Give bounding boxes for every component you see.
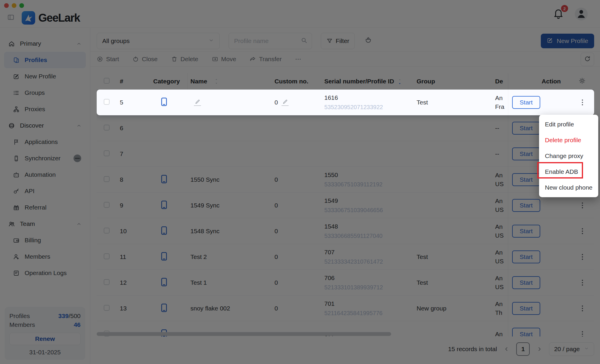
sidebar-item-label: Members — [25, 253, 50, 260]
row-number: 7 — [116, 150, 145, 157]
menu-item-delete-profile[interactable]: Delete profile — [539, 132, 598, 148]
table-row[interactable]: 11Test 20707521333342310761472TestAnUSSt… — [97, 244, 594, 270]
table-row[interactable]: 7--Start — [97, 141, 594, 167]
sidebar-item-synchronizer[interactable]: Synchronizer — [4, 150, 86, 166]
edit-name-button[interactable] — [194, 99, 201, 106]
more-actions-icon[interactable] — [582, 305, 583, 311]
select-all-checkbox[interactable] — [104, 78, 110, 84]
row-checkbox[interactable] — [104, 99, 110, 105]
more-actions-icon[interactable] — [582, 254, 583, 260]
table-row[interactable]: 501616535230952071233922TestAnFraStart — [97, 90, 594, 115]
sort-control[interactable] — [214, 78, 219, 85]
row-checkbox[interactable] — [104, 202, 110, 208]
menu-item-new-cloud-phone[interactable]: New cloud phone — [539, 180, 598, 195]
sidebar-toggle-button[interactable] — [7, 13, 15, 22]
menu-item-edit-profile[interactable]: Edit profile — [539, 116, 598, 132]
table-body: 501616535230952071233922TestAnFraStart6-… — [97, 90, 594, 336]
more-actions-icon[interactable] — [582, 99, 583, 105]
row-checkbox[interactable] — [104, 228, 110, 233]
row-checkbox[interactable] — [104, 125, 110, 131]
row-checkbox[interactable] — [104, 176, 110, 182]
column-header-name[interactable]: Name — [188, 78, 268, 85]
row-number: 13 — [116, 305, 145, 312]
row-checkbox[interactable] — [104, 305, 110, 311]
horizontal-scrollbar[interactable] — [97, 332, 391, 336]
table-row[interactable]: 6--Start — [97, 115, 594, 141]
basket-icon[interactable] — [364, 36, 372, 46]
search-input[interactable] — [234, 37, 301, 44]
profiles-table: #CategoryNameCustom no.Serial number/Pro… — [97, 73, 594, 336]
table-row[interactable]: 91549 Sync01549533306751039046656AnUSSta… — [97, 193, 594, 218]
start-button[interactable]: Start — [512, 328, 540, 336]
start-button[interactable]: Start — [512, 250, 540, 263]
sidebar-item-referral[interactable]: Referral — [4, 199, 86, 216]
filter-toolbar: All groups Filter New Profile — [97, 33, 594, 49]
start-button[interactable]: Start — [512, 225, 540, 238]
page-size-select[interactable]: 20 / page — [549, 342, 594, 356]
table-header: #CategoryNameCustom no.Serial number/Pro… — [97, 73, 594, 90]
menu-item-enable-adb[interactable]: Enable ADB — [539, 164, 598, 180]
sidebar-section-team[interactable]: Team — [0, 216, 90, 232]
zoom-window-button[interactable] — [19, 3, 24, 8]
start-button[interactable]: Start — [512, 302, 540, 315]
table-row[interactable]: 13snoy flake 0020701521164235841995776Ne… — [97, 296, 594, 321]
sidebar-item-new-profile[interactable]: New Profile — [4, 68, 86, 85]
table-row[interactable]: 81550 Sync01550533306751039112192AnUSSta… — [97, 167, 594, 193]
sort-control[interactable] — [398, 78, 402, 85]
sidebar-item-operation-logs[interactable]: Operation Logs — [4, 265, 86, 281]
sidebar-item-proxies[interactable]: Proxies — [4, 101, 86, 117]
refresh-button[interactable] — [581, 53, 594, 66]
avatar[interactable] — [575, 8, 588, 20]
bulk-action-move[interactable]: Move — [212, 56, 236, 63]
more-actions-icon[interactable] — [582, 202, 583, 208]
search-icon[interactable] — [301, 37, 308, 45]
sidebar-item-automation[interactable]: Automation — [4, 166, 86, 183]
row-checkbox[interactable] — [104, 279, 110, 285]
start-button[interactable]: Start — [512, 276, 540, 289]
bulk-action-more[interactable]: ⋯ — [295, 56, 301, 63]
renew-button[interactable]: Renew — [9, 333, 81, 345]
row-checkbox[interactable] — [104, 150, 110, 156]
sidebar-item-applications[interactable]: Applications — [4, 134, 86, 150]
serial-cell: 1548533306685591127040 — [321, 223, 410, 239]
sidebar-item-billing[interactable]: Billing — [4, 232, 86, 248]
start-button[interactable]: Start — [512, 199, 540, 212]
start-button[interactable]: Start — [512, 147, 540, 160]
filter-button[interactable]: Filter — [321, 33, 355, 49]
more-actions-icon[interactable] — [582, 228, 583, 234]
row-checkbox[interactable] — [104, 253, 110, 259]
bulk-action-delete[interactable]: Delete — [171, 56, 198, 63]
gear-icon[interactable] — [578, 77, 586, 86]
start-button[interactable]: Start — [512, 122, 540, 135]
table-row[interactable]: 12Test 10706521333101389939712TestAnUSSt… — [97, 270, 594, 296]
serial-cell: 707521333342310761472 — [321, 248, 410, 265]
bulk-action-close[interactable]: Close — [132, 56, 158, 63]
menu-item-change-proxy[interactable]: Change proxy — [539, 148, 598, 164]
sidebar-item-profiles[interactable]: Profiles — [4, 52, 86, 68]
custom-no-cell: 0 — [268, 99, 321, 106]
start-button[interactable]: Start — [512, 173, 540, 186]
sidebar-item-api[interactable]: API — [4, 183, 86, 199]
next-page-button[interactable] — [536, 346, 543, 352]
sidebar-item-members[interactable]: Members — [4, 248, 86, 265]
notifications-button[interactable]: 2 — [553, 8, 564, 20]
proxies-icon — [13, 106, 20, 113]
prev-page-button[interactable] — [503, 346, 510, 352]
start-button[interactable]: Start — [512, 96, 540, 109]
edit-custom-no-button[interactable] — [282, 99, 289, 106]
group-select[interactable]: All groups — [97, 33, 220, 49]
column-header-serial[interactable]: Serial number/Profile ID — [321, 78, 410, 85]
sidebar-item-groups[interactable]: Groups — [4, 85, 86, 101]
bulk-action-transfer[interactable]: Transfer — [250, 56, 282, 63]
profile-id: 521333101389939712 — [324, 284, 410, 291]
close-window-button[interactable] — [4, 3, 9, 8]
table-row[interactable]: 101548 Sync01548533306685591127040AnUSSt… — [97, 218, 594, 244]
sidebar-section-discover[interactable]: Discover — [0, 117, 90, 134]
current-page[interactable]: 1 — [516, 342, 530, 356]
sidebar-section-primary[interactable]: Primary — [0, 35, 90, 52]
minimize-window-button[interactable] — [12, 3, 16, 8]
bulk-action-start[interactable]: Start — [97, 56, 119, 63]
more-actions-icon[interactable] — [582, 331, 583, 336]
new-profile-button[interactable]: New Profile — [541, 34, 594, 48]
more-actions-icon[interactable] — [582, 280, 583, 286]
